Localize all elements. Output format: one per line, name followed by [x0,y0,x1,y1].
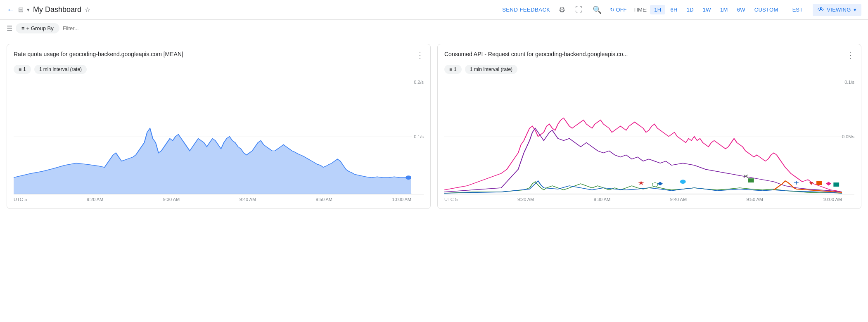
chart2-diamond-marker: ◆ [657,180,663,186]
settings-button[interactable]: ⚙ [557,4,567,16]
chart1-title: Rate quota usage for geocoding-backend.g… [14,51,416,57]
group-by-button[interactable]: ≡ + Group By [16,23,59,33]
chart2-tag2-label: 1 min interval (rate) [470,66,512,72]
chart2-x-5: 10:00 AM [823,197,842,202]
chart2-x-3: 9:40 AM [670,197,687,202]
chart2-triangle-marker: ▼ [808,180,814,186]
header-center: SEND FEEDBACK ⚙ ⛶ 🔍 ↻ OFF TIME: 1H 6H 1D… [502,4,861,16]
viewing-dropdown-icon: ▾ [854,7,856,13]
chart1-x-axis: UTC-5 9:20 AM 9:30 AM 9:40 AM 9:50 AM 10… [14,194,424,202]
chart2-filter-icon: ≡ [449,66,452,72]
chart1-y-mid: 0.1/s [414,134,424,139]
group-by-icon: ≡ [21,25,25,31]
chart2-purple-triangle: ▲ [841,182,842,187]
auto-refresh-label: OFF [616,7,627,13]
chart2-orange-square [816,181,822,185]
send-feedback-button[interactable]: SEND FEEDBACK [502,7,550,13]
back-button[interactable]: ← [7,5,15,14]
time-1w-button[interactable]: 1W [699,5,715,14]
chart1-tag2-label: 1 min interval (rate) [39,66,82,72]
chart1-interval-tag[interactable]: 1 min interval (rate) [34,65,87,74]
chart1-header: Rate quota usage for geocoding-backend.g… [14,51,424,60]
chart2-x-2: 9:30 AM [594,197,610,202]
chart2-square-marker [748,178,754,182]
chart-card-2: Consumed API - Request count for geocodi… [437,44,861,209]
chart1-area: 0.2/s 0.1/s [14,79,424,194]
chart1-y-max: 0.2/s [414,80,424,85]
chart1-x-5: 10:00 AM [392,197,411,202]
chart2-header: Consumed API - Request count for geocodi… [444,51,854,60]
chart1-filter-tag[interactable]: ≡ 1 [14,65,31,74]
dashboard-content: Rate quota usage for geocoding-backend.g… [0,37,868,215]
chart2-tags: ≡ 1 1 min interval (rate) [444,65,854,74]
search-button[interactable]: 🔍 [591,4,603,16]
chart2-area: 0.1/s 0.05/s ★ ⬡ [444,79,854,194]
eye-icon: 👁 [818,6,824,14]
group-by-label: + Group By [26,25,54,31]
time-section: TIME: 1H 6H 1D 1W 1M 6W CUSTOM [633,5,783,14]
chart2-y-mid: 0.05/s [842,134,854,139]
chart1-tag1-label: 1 [23,66,26,72]
chart1-end-dot [406,175,411,180]
chart2-pink-diamond: ◆ [826,180,831,186]
chart2-tag1-label: 1 [454,66,457,72]
viewing-label: VIEWING [827,7,851,13]
time-1m-button[interactable]: 1M [716,5,732,14]
chart2-circle-marker [680,180,686,184]
chart2-svg: ★ ⬡ ◆ ✕ + ▼ ◆ [444,79,842,194]
chart2-filter-tag[interactable]: ≡ 1 [444,65,462,74]
time-1d-button[interactable]: 1D [683,5,698,14]
time-6h-button[interactable]: 6H [666,5,681,14]
chart2-y-max: 0.1/s [844,80,854,85]
page-title: My Dashboard [33,5,81,14]
chart1-svg [14,79,411,194]
chart2-x-1: 9:20 AM [517,197,534,202]
time-custom-button[interactable]: CUSTOM [750,5,783,14]
chart2-interval-tag[interactable]: 1 min interval (rate) [465,65,517,74]
app-header: ← ⊞ ▾ My Dashboard ☆ SEND FEEDBACK ⚙ ⛶ 🔍… [0,0,868,20]
chart2-x-marker: ✕ [742,173,749,180]
chart1-x-4: 9:50 AM [316,197,332,202]
refresh-icon: ↻ [610,7,614,13]
chart1-x-3: 9:40 AM [240,197,256,202]
chart1-x-0: UTC-5 [14,197,27,202]
viewing-button[interactable]: 👁 VIEWING ▾ [813,4,861,16]
chart1-more-icon[interactable]: ⋮ [416,51,424,60]
filter-icon: ≡ [19,66,21,72]
star-icon[interactable]: ☆ [85,6,90,14]
chart2-plus-marker: + [794,179,799,186]
chart1-x-1: 9:20 AM [87,197,103,202]
auto-refresh-toggle[interactable]: ↻ OFF [610,7,627,13]
hamburger-icon[interactable]: ☰ [7,24,12,32]
chart1-x-2: 9:30 AM [163,197,180,202]
chart2-x-4: 9:50 AM [747,197,763,202]
chart-card-1: Rate quota usage for geocoding-backend.g… [7,44,431,209]
time-6w-button[interactable]: 6W [733,5,749,14]
chart1-tags: ≡ 1 1 min interval (rate) [14,65,424,74]
header-left: ← ⊞ ▾ My Dashboard ☆ [7,5,499,14]
chart2-title: Consumed API - Request count for geocodi… [444,51,847,57]
chart2-x-axis: UTC-5 9:20 AM 9:30 AM 9:40 AM 9:50 AM 10… [444,194,854,202]
timezone-button[interactable]: EST [789,5,806,14]
chart2-star-marker: ★ [638,180,645,187]
chart2-more-icon[interactable]: ⋮ [847,51,854,60]
time-1h-button[interactable]: 1H [650,5,665,14]
chart2-teal-square [833,182,839,187]
grid-icon: ⊞ [18,6,24,14]
filter-toolbar: ☰ ≡ + Group By [0,20,868,37]
chart2-x-0: UTC-5 [444,197,458,202]
time-label: TIME: [633,7,648,13]
filter-input[interactable] [63,25,861,31]
fullscreen-button[interactable]: ⛶ [574,4,584,16]
dropdown-arrow-icon[interactable]: ▾ [27,7,30,13]
